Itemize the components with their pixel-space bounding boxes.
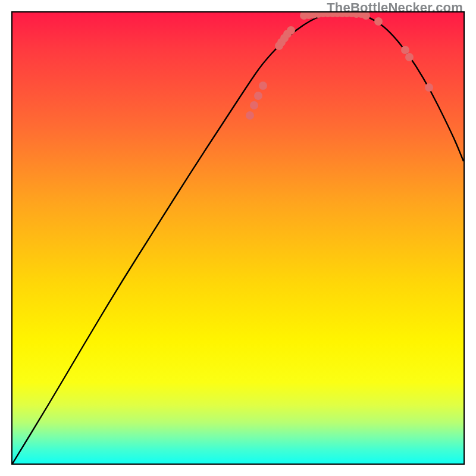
curve-layer bbox=[12, 12, 464, 464]
chart-stage: TheBottleNecker.com bbox=[0, 0, 476, 476]
data-marker bbox=[246, 111, 254, 120]
chart-frame bbox=[11, 11, 465, 465]
data-marker bbox=[259, 82, 267, 90]
data-marker bbox=[401, 46, 409, 54]
data-marker bbox=[362, 12, 370, 20]
bottleneck-curve-path bbox=[12, 13, 464, 464]
data-marker bbox=[287, 26, 295, 35]
data-marker bbox=[425, 83, 433, 92]
data-marker bbox=[405, 53, 414, 61]
data-marker bbox=[374, 17, 383, 26]
data-marker bbox=[250, 101, 258, 109]
data-marker bbox=[254, 92, 262, 100]
marker-group bbox=[246, 12, 433, 120]
